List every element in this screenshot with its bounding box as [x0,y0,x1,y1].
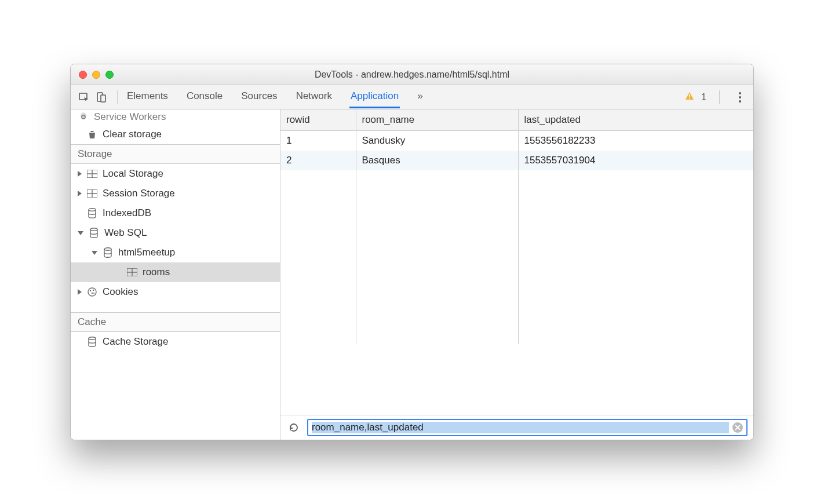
device-toolbar-icon[interactable] [94,90,109,105]
sidebar-item-label: Session Storage [103,188,175,199]
database-icon [86,336,98,348]
inspect-element-icon[interactable] [76,90,92,105]
svg-point-17 [88,288,96,296]
table-icon [86,188,98,199]
svg-rect-2 [101,95,105,102]
sidebar-section-storage: Storage [71,144,280,164]
table-row[interactable]: 1 Sandusky 1553556182233 [280,131,753,151]
panel-tabs: Elements Console Sources Network Applica… [126,86,424,108]
clear-input-button[interactable] [732,422,743,433]
table-header-row: rowid room_name last_updated [280,109,753,131]
tab-sources[interactable]: Sources [240,86,278,108]
svg-point-20 [92,293,93,294]
application-sidebar: Service Workers Clear storage Storage Lo… [71,109,280,440]
sidebar-item-service-workers[interactable]: Service Workers [71,109,280,125]
more-options-button[interactable] [732,90,748,105]
svg-point-11 [89,209,96,211]
sidebar-item-websql[interactable]: Web SQL [71,223,280,243]
column-header-last-updated[interactable]: last_updated [518,109,753,131]
sidebar-item-table[interactable]: rooms [71,262,280,282]
table-icon [86,168,98,180]
sidebar-item-label: Cookies [103,286,138,298]
database-icon [86,207,98,219]
panel-body: Service Workers Clear storage Storage Lo… [71,109,753,440]
database-icon [102,247,114,258]
table-filler [280,170,753,344]
main-panel: rowid room_name last_updated 1 Sandusky … [280,109,753,440]
cell-room-name: Sandusky [356,131,518,151]
table-icon [126,266,138,278]
tab-application[interactable]: Application [349,86,400,108]
devtools-toolbar: Elements Console Sources Network Applica… [71,85,753,109]
cell-room-name: Basques [356,151,518,170]
disclosure-spacer [78,211,82,216]
toolbar-right: 1 [685,90,748,105]
svg-point-18 [90,290,91,291]
refresh-button[interactable] [286,420,301,435]
svg-point-21 [93,293,94,294]
sidebar-item-label: IndexedDB [103,207,151,219]
column-header-rowid[interactable]: rowid [280,109,356,131]
query-bar: room_name,last_updated [280,415,753,440]
column-header-room-name[interactable]: room_name [356,109,518,131]
query-input-text: room_name,last_updated [312,422,729,433]
trash-icon [86,129,98,140]
cell-last-updated: 1553557031904 [518,151,753,170]
toolbar-separator-right [719,90,720,104]
table-row[interactable]: 2 Basques 1553557031904 [280,151,753,170]
tab-elements[interactable]: Elements [126,86,169,108]
svg-rect-3 [689,94,690,97]
cell-rowid: 2 [280,151,356,170]
cell-last-updated: 1553556182233 [518,131,753,151]
disclosure-triangle-icon[interactable] [92,251,97,255]
sidebar-item-cache-storage[interactable]: Cache Storage [71,332,280,352]
sidebar-item-database[interactable]: html5meetup [71,243,280,262]
disclosure-spacer [78,340,82,344]
sidebar-item-label: Cache Storage [103,336,168,348]
tab-network[interactable]: Network [295,86,333,108]
sidebar-item-label: html5meetup [118,247,175,258]
svg-point-13 [104,248,111,250]
sidebar-section-cache: Cache [71,312,280,332]
devtools-window: DevTools - andrew.hedges.name/html5/sql.… [70,64,754,440]
disclosure-triangle-icon[interactable] [78,231,83,235]
svg-point-19 [93,290,94,291]
sidebar-item-local-storage[interactable]: Local Storage [71,164,280,184]
tabs-overflow[interactable]: » [416,86,424,108]
cell-rowid: 1 [280,131,356,151]
warning-count[interactable]: 1 [701,92,706,103]
sidebar-item-label: Local Storage [103,168,163,180]
svg-point-12 [90,228,97,231]
toolbar-separator [117,90,118,104]
sidebar-item-session-storage[interactable]: Session Storage [71,184,280,203]
sidebar-item-indexeddb[interactable]: IndexedDB [71,203,280,223]
svg-point-22 [89,337,96,339]
sidebar-item-cookies[interactable]: Cookies [71,282,280,302]
window-title: DevTools - andrew.hedges.name/html5/sql.… [71,70,753,80]
titlebar: DevTools - andrew.hedges.name/html5/sql.… [71,64,753,85]
disclosure-triangle-icon[interactable] [78,191,82,196]
sidebar-item-label: Web SQL [104,227,147,239]
disclosure-triangle-icon[interactable] [78,289,82,295]
data-table: rowid room_name last_updated 1 Sandusky … [280,109,753,344]
svg-rect-4 [689,98,690,99]
gear-icon [78,111,89,123]
query-input[interactable]: room_name,last_updated [307,419,748,436]
sidebar-item-label: Clear storage [103,129,162,140]
warning-icon[interactable] [685,92,694,103]
disclosure-spacer [78,133,82,137]
data-table-container: rowid room_name last_updated 1 Sandusky … [280,109,753,415]
sidebar-item-label: rooms [143,266,170,278]
cookie-icon [86,286,98,298]
tab-console[interactable]: Console [185,86,224,108]
sidebar-item-label: Service Workers [94,111,166,123]
sidebar-item-clear-storage[interactable]: Clear storage [71,125,280,144]
disclosure-triangle-icon[interactable] [78,171,82,177]
database-icon [88,227,100,239]
